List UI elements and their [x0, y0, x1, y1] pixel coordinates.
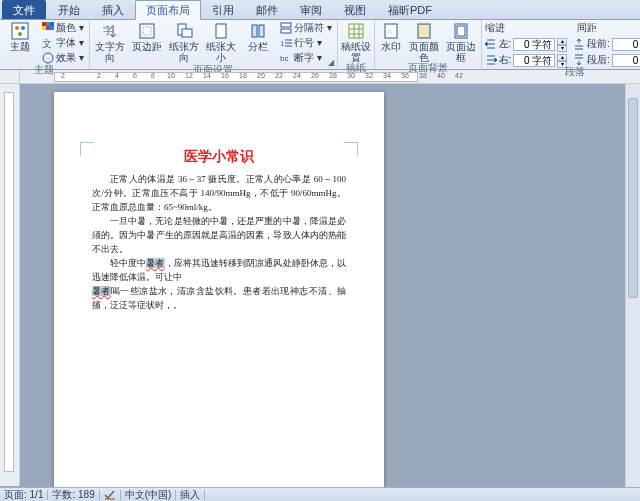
- page-color-button[interactable]: 页面颜色: [407, 21, 441, 63]
- breaks-button[interactable]: 分隔符 ▾: [278, 21, 334, 35]
- group-themes: 主题 颜色 ▾ 文字体 ▾ 效果 ▾ 主题: [0, 20, 90, 69]
- theme-fonts-button[interactable]: 文字体 ▾: [40, 36, 86, 50]
- tab-review[interactable]: 审阅: [289, 0, 333, 19]
- margins-icon: [138, 22, 156, 40]
- svg-point-3: [18, 32, 22, 36]
- themes-icon: [11, 22, 29, 40]
- indent-header: 缩进: [485, 21, 505, 35]
- svg-rect-27: [349, 24, 363, 38]
- svg-rect-6: [50, 22, 54, 26]
- spacing-after-field[interactable]: 0 行: [612, 54, 640, 67]
- columns-button[interactable]: 分栏: [241, 21, 275, 52]
- svg-rect-7: [42, 26, 46, 30]
- tab-references[interactable]: 引用: [201, 0, 245, 19]
- spacing-after-icon: [573, 54, 585, 66]
- colors-icon: [42, 22, 54, 34]
- para-3: 轻中度中暑者，应将其迅速转移到阴凉通风处静卧休息，以迅速降低体温。可让中: [92, 256, 346, 284]
- status-page[interactable]: 页面: 1/1: [4, 488, 43, 502]
- status-words[interactable]: 字数: 189: [52, 488, 94, 502]
- svg-rect-4: [42, 22, 46, 26]
- indent-right-icon: [485, 54, 497, 66]
- wavy-underline: 暑者: [92, 286, 111, 296]
- svg-text:1: 1: [280, 39, 285, 48]
- svg-rect-16: [182, 29, 192, 37]
- group-page-setup: 字文字方向 页边距 纸张方向 纸张大小 分栏 分隔符 ▾ 1行号 ▾ bc断字 …: [90, 20, 338, 69]
- tab-insert[interactable]: 插入: [91, 0, 135, 19]
- indent-right-up[interactable]: ▴: [557, 54, 567, 61]
- line-numbers-icon: 1: [280, 37, 292, 49]
- effects-icon: [42, 52, 54, 64]
- group-manuscript: 稿纸设置 稿纸: [338, 20, 375, 69]
- para-2: 一旦中暑，无论是轻微的中暑，还是严重的中暑，降温是必须的。因为中暑产生的原因就是…: [92, 214, 346, 256]
- theme-colors-button[interactable]: 颜色 ▾: [40, 21, 86, 35]
- tab-foxit[interactable]: 福昕PDF: [377, 0, 443, 19]
- fonts-icon: 文: [42, 37, 54, 49]
- watermark-button[interactable]: A水印: [378, 21, 404, 52]
- indent-left: 左: 0 字符 ▴▾: [485, 37, 568, 51]
- spacing-header: 间距: [577, 21, 597, 35]
- svg-rect-18: [252, 25, 257, 37]
- themes-button[interactable]: 主题: [3, 21, 37, 52]
- spacing-before-field[interactable]: 0 行: [612, 38, 640, 51]
- para-1: 正常人的体温是 36～37 摄氏度。正常人的心率是 60～100 次/分钟。正常…: [92, 172, 346, 214]
- tab-file[interactable]: 文件: [2, 0, 46, 19]
- tab-home[interactable]: 开始: [47, 0, 91, 19]
- group-page-background: A水印 页面颜色 页面边框 页面背景: [375, 20, 482, 69]
- status-insert-mode[interactable]: 插入: [180, 488, 200, 502]
- page-setup-dialog-launcher[interactable]: ◢: [326, 58, 336, 68]
- tab-page-layout[interactable]: 页面布局: [135, 0, 201, 20]
- document-body[interactable]: 医学小常识 正常人的体温是 36～37 摄氏度。正常人的心率是 60～100 次…: [92, 148, 346, 312]
- svg-text:字: 字: [103, 25, 113, 36]
- page-border-button[interactable]: 页面边框: [444, 21, 478, 63]
- columns-icon: [249, 22, 267, 40]
- indent-right-field[interactable]: 0 字符: [513, 54, 555, 67]
- theme-effects-button[interactable]: 效果 ▾: [40, 51, 86, 65]
- tab-view[interactable]: 视图: [333, 0, 377, 19]
- svg-rect-21: [281, 29, 291, 33]
- svg-rect-34: [418, 24, 430, 38]
- scrollbar-thumb[interactable]: [628, 98, 638, 298]
- indent-left-field[interactable]: 0 字符: [513, 38, 555, 51]
- breaks-icon: [280, 22, 292, 34]
- svg-rect-9: [50, 26, 54, 30]
- ribbon: 主题 颜色 ▾ 文字体 ▾ 效果 ▾ 主题 字文字方向 页边距 纸张方向 纸张大…: [0, 20, 640, 70]
- svg-rect-20: [281, 23, 291, 27]
- page-size-icon: [212, 22, 230, 40]
- svg-point-11: [43, 53, 53, 63]
- status-spellcheck-icon[interactable]: [104, 490, 116, 500]
- doc-title: 医学小常识: [92, 148, 346, 166]
- status-language[interactable]: 中文(中国): [125, 488, 172, 502]
- indent-left-icon: [485, 38, 497, 50]
- svg-rect-13: [140, 24, 154, 38]
- svg-rect-19: [259, 25, 264, 37]
- manuscript-grid-button[interactable]: 稿纸设置: [341, 21, 371, 63]
- page-color-icon: [415, 22, 433, 40]
- indent-left-down[interactable]: ▾: [557, 45, 567, 52]
- para-4: 暑者喝一些凉盐水，清凉含盐饮料。患者若出现神志不清、抽搐，泛泛等症状时，。: [92, 284, 346, 312]
- document-canvas[interactable]: 医学小常识 正常人的体温是 36～37 摄氏度。正常人的心率是 60～100 次…: [20, 84, 640, 487]
- text-direction-button[interactable]: 字文字方向: [93, 21, 127, 63]
- vertical-scrollbar[interactable]: [625, 84, 640, 487]
- svg-text:A: A: [387, 27, 393, 36]
- orientation-button[interactable]: 纸张方向: [167, 21, 201, 63]
- indent-right: 右: 0 字符 ▴▾: [485, 53, 568, 67]
- indent-left-up[interactable]: ▴: [557, 38, 567, 45]
- spacing-after: 段后: 0 行 ▴▾: [573, 53, 640, 67]
- page-border-icon: [452, 22, 470, 40]
- group-paragraph: 缩进 间距 左: 0 字符 ▴▾ 段前: 0 行 ▴▾: [482, 20, 640, 69]
- page-size-button[interactable]: 纸张大小: [204, 21, 238, 63]
- vertical-ruler[interactable]: [0, 84, 20, 486]
- watermark-icon: A: [382, 22, 400, 40]
- margins-button[interactable]: 页边距: [130, 21, 164, 52]
- grid-icon: [347, 22, 365, 40]
- text-direction-icon: 字: [101, 22, 119, 40]
- svg-text:bc: bc: [280, 54, 288, 63]
- line-numbers-button[interactable]: 1行号 ▾: [278, 36, 334, 50]
- svg-point-1: [15, 26, 19, 30]
- svg-rect-8: [46, 26, 50, 30]
- horizontal-ruler[interactable]: 224681012141618202224262830323436384042: [0, 70, 640, 84]
- svg-rect-0: [12, 23, 28, 39]
- workspace: 医学小常识 正常人的体温是 36～37 摄氏度。正常人的心率是 60～100 次…: [0, 84, 640, 487]
- spacing-before: 段前: 0 行 ▴▾: [573, 37, 640, 51]
- tab-mailings[interactable]: 邮件: [245, 0, 289, 19]
